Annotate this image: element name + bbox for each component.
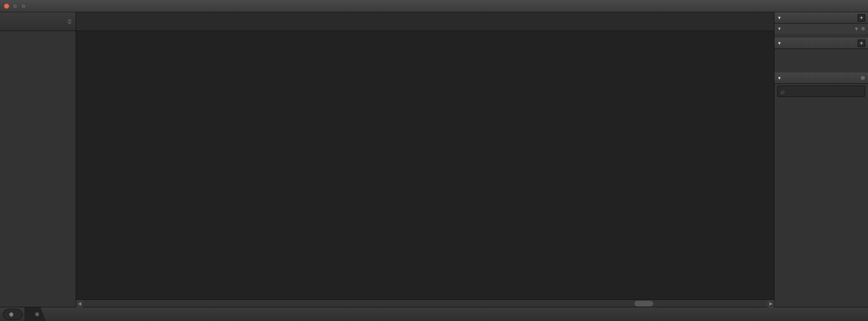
waveform-area[interactable]: ◀ ▶ [76, 12, 774, 307]
start-simulation-button[interactable] [0, 12, 76, 31]
window-close-button[interactable] [4, 3, 9, 9]
window-minimize-button[interactable] [12, 3, 18, 9]
timing-marker-header[interactable]: ▼ ▼ ✻ [774, 24, 868, 34]
search-protocols-input[interactable]: ⌕ [777, 86, 865, 97]
annotations-header[interactable]: ▼ + [774, 12, 868, 24]
file-tab-settings-icon[interactable]: ✻ [35, 311, 39, 318]
time-ruler[interactable] [76, 12, 774, 31]
collapse-icon: ▼ [777, 26, 782, 31]
window-maximize-button[interactable] [21, 3, 26, 9]
tab-bar: ⊕ ✻ [0, 307, 868, 321]
stepper-down-icon[interactable] [67, 22, 72, 24]
collapse-icon: ▼ [777, 41, 782, 46]
title-bar [0, 0, 868, 12]
capture-tab[interactable]: ⊕ [3, 309, 23, 320]
scroll-right-button[interactable]: ▶ [767, 300, 774, 307]
file-tab[interactable]: ✻ [24, 307, 46, 321]
add-annotation-button[interactable]: + [858, 14, 865, 22]
decoded-settings-icon[interactable]: ✻ [860, 75, 865, 81]
stepper-up-icon[interactable] [67, 19, 72, 21]
timing-marker-dropdown-icon[interactable]: ▼ [854, 26, 859, 32]
capture-icon: ⊕ [9, 311, 14, 318]
right-panel: ▼ + ▼ ▼ ✻ ▼ + ▼ ✻ [774, 12, 868, 307]
simulation-stepper[interactable] [67, 19, 74, 24]
analyzers-header[interactable]: ▼ + [774, 38, 868, 49]
scroll-left-button[interactable]: ◀ [76, 300, 83, 307]
collapse-icon: ▼ [777, 76, 782, 80]
decoded-protocols-header[interactable]: ▼ ✻ [774, 72, 868, 84]
channel-sidebar [0, 12, 76, 307]
horizontal-scrollbar[interactable]: ◀ ▶ [76, 299, 774, 307]
timing-marker-settings-icon[interactable]: ✻ [861, 26, 865, 32]
add-analyzer-button[interactable]: + [858, 40, 865, 47]
scrollbar-thumb[interactable] [634, 301, 653, 306]
search-icon: ⌕ [781, 88, 784, 95]
collapse-icon: ▼ [777, 16, 782, 20]
